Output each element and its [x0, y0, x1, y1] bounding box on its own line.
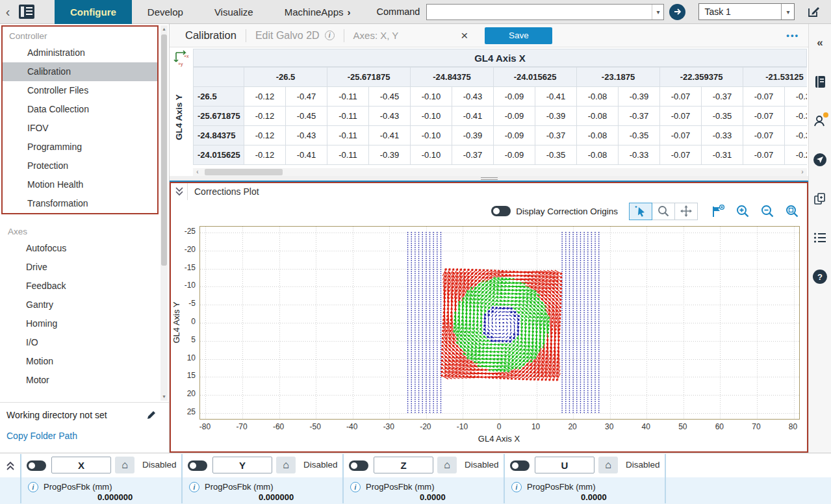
axis-info-icon[interactable]: i — [350, 482, 361, 492]
table-cell[interactable]: -0.10 — [411, 87, 452, 107]
table-cell[interactable]: -0.07 — [743, 126, 785, 145]
table-horizontal-scrollbar[interactable]: ‹ › — [193, 168, 807, 176]
task-selector[interactable]: Task 1 ▾ — [698, 3, 795, 20]
table-cell[interactable]: -0.11 — [327, 107, 369, 126]
sidebar-item-data-collection[interactable]: Data Collection — [3, 100, 157, 119]
sidebar-item-controller-files[interactable]: Controller Files — [3, 81, 157, 100]
table-cell[interactable]: -0.39 — [452, 126, 494, 145]
table-cell[interactable]: -0.35 — [535, 145, 577, 165]
support-button[interactable] — [812, 112, 828, 129]
table-cell[interactable]: -0.35 — [702, 107, 743, 126]
overflow-menu-icon[interactable]: ••• — [786, 31, 799, 40]
sidebar-item-feedback[interactable]: Feedback — [1, 277, 159, 296]
table-cell[interactable]: -0.09 — [494, 107, 535, 126]
table-cell[interactable]: -0.33 — [619, 145, 660, 165]
table-cell[interactable]: -0.41 — [535, 87, 577, 107]
table-cell[interactable]: -0.09 — [494, 126, 535, 145]
zoom-out-button[interactable] — [759, 203, 776, 220]
sidebar-item-transformation[interactable]: Transformation — [3, 194, 157, 213]
table-cell[interactable]: -0.08 — [577, 87, 619, 107]
command-execute-button[interactable] — [669, 4, 685, 20]
column-header[interactable]: -22.359375 — [660, 68, 743, 87]
sidebar-item-programming[interactable]: Programming — [3, 138, 157, 157]
help-button[interactable]: ? — [812, 268, 828, 285]
column-header[interactable]: -25.671875 — [327, 68, 411, 87]
table-cell[interactable]: -0.43 — [369, 107, 411, 126]
table-cell[interactable]: -0.47 — [286, 87, 327, 107]
table-cell[interactable]: -0.37 — [535, 126, 577, 145]
column-header[interactable]: -24.84375 — [411, 68, 494, 87]
menu-panel-icon[interactable] — [17, 3, 36, 20]
sidebar-item-motor[interactable]: Motor — [1, 371, 159, 390]
column-header[interactable]: -26.5 — [244, 68, 327, 87]
documentation-button[interactable] — [812, 73, 828, 90]
table-cell[interactable]: -0.39 — [369, 145, 411, 165]
scroll-left-icon[interactable]: ‹ — [193, 168, 202, 176]
table-cell[interactable]: -0.08 — [577, 107, 619, 126]
table-cell[interactable]: -0.35 — [619, 126, 660, 145]
table-cell[interactable]: -0.37 — [452, 145, 494, 165]
display-origins-toggle[interactable] — [491, 206, 511, 216]
column-header[interactable]: -23.1875 — [577, 68, 660, 87]
table-cell[interactable]: -0.10 — [411, 107, 452, 126]
table-cell[interactable]: -0.31 — [785, 126, 807, 145]
sidebar-item-protection[interactable]: Protection — [3, 157, 157, 175]
table-cell[interactable]: -0.33 — [702, 126, 743, 145]
column-header[interactable]: -21.53125 — [743, 68, 807, 87]
axis-home-button[interactable]: ⌂ — [437, 457, 457, 473]
table-cell[interactable]: -0.12 — [244, 107, 286, 126]
table-cell[interactable]: -0.11 — [327, 126, 369, 145]
edit-working-directory-button[interactable] — [144, 408, 159, 422]
collapse-panel-button[interactable] — [171, 183, 188, 200]
zoom-tool-button[interactable] — [652, 203, 675, 220]
table-cell[interactable]: -0.43 — [452, 87, 494, 107]
clear-flags-button[interactable] — [710, 203, 726, 220]
close-icon[interactable]: × — [461, 29, 468, 42]
table-cell[interactable]: -0.12 — [244, 126, 286, 145]
table-cell[interactable]: -0.45 — [369, 87, 411, 107]
table-cell[interactable]: -0.11 — [327, 87, 369, 107]
axis-enable-toggle[interactable] — [188, 460, 207, 471]
sidebar-item-gantry[interactable]: Gantry — [1, 296, 159, 314]
table-cell[interactable]: -0.31 — [702, 145, 743, 165]
table-cell[interactable]: -0.45 — [286, 107, 327, 126]
zoom-extents-button[interactable] — [784, 203, 800, 220]
sidebar-item-homing[interactable]: Homing — [1, 314, 159, 333]
axis-home-button[interactable]: ⌂ — [115, 457, 134, 473]
corrections-plot-canvas[interactable] — [200, 227, 799, 419]
column-header[interactable]: -24.015625 — [494, 68, 577, 87]
pan-tool-button[interactable] — [674, 203, 698, 220]
table-cell[interactable]: -0.41 — [286, 145, 327, 165]
table-cell[interactable]: -0.12 — [244, 145, 286, 165]
table-cell[interactable]: -0.07 — [743, 107, 785, 126]
table-cell[interactable]: -0.10 — [411, 145, 452, 165]
tab-visualize[interactable]: Visualize — [199, 0, 269, 24]
table-cell[interactable]: -0.41 — [369, 126, 411, 145]
sidebar-item-drive[interactable]: Drive — [1, 258, 159, 277]
axis-info-icon[interactable]: i — [189, 482, 199, 492]
open-editor-icon[interactable] — [805, 3, 822, 20]
table-cell[interactable]: -0.33 — [785, 107, 807, 126]
scrollbar-thumb[interactable] — [161, 34, 167, 266]
table-cell[interactable]: -0.07 — [743, 145, 785, 165]
save-button[interactable]: Save — [485, 27, 552, 44]
list-view-button[interactable] — [812, 229, 828, 246]
table-cell[interactable]: -0.08 — [577, 126, 619, 145]
collapse-rail-icon[interactable]: « — [812, 34, 828, 51]
tab-machineapps[interactable]: MachineApps› — [269, 0, 366, 24]
table-cell[interactable]: -0.29 — [785, 145, 807, 165]
table-cell[interactable]: -0.10 — [411, 126, 452, 145]
sidebar-item-calibration[interactable]: Calibration — [3, 62, 157, 81]
zoom-in-button[interactable] — [734, 203, 751, 220]
table-cell[interactable]: -0.08 — [577, 145, 619, 165]
copy-files-button[interactable] — [812, 190, 828, 207]
table-cell[interactable]: -0.35 — [785, 87, 807, 107]
select-tool-button[interactable] — [629, 203, 652, 220]
sidebar-item-motion-health[interactable]: Motion Health — [3, 175, 157, 194]
scroll-down-icon[interactable]: ▾ — [160, 393, 168, 401]
axis-name-button[interactable]: Z — [374, 457, 433, 473]
table-cell[interactable]: -0.12 — [244, 87, 286, 107]
sidebar-item-autofocus[interactable]: Autofocus — [1, 239, 159, 258]
table-cell[interactable]: -0.37 — [702, 87, 743, 107]
axis-info-icon[interactable]: i — [511, 482, 522, 492]
